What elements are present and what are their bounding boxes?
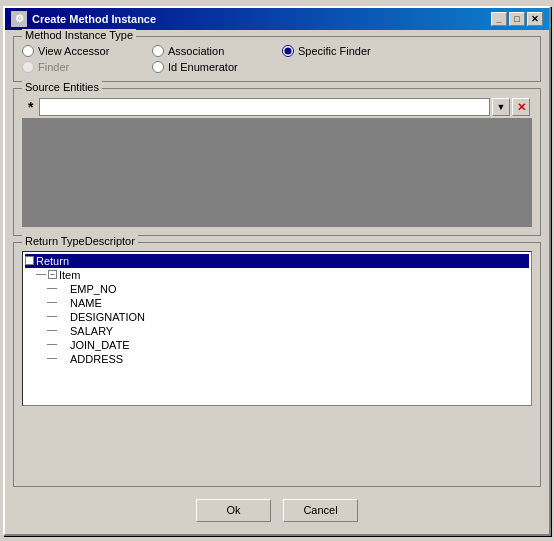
main-window: ⚙ Create Method Instance _ □ ✕ Method In… [3,6,551,536]
method-instance-type-group: Method Instance Type View Accessor Assoc… [13,36,541,82]
radio-group: View Accessor Association Specific Finde… [22,45,532,73]
tree-label-item: Item [59,269,80,281]
source-entities-content: * ▼ ✕ [22,97,532,227]
radio-id-enumerator-input[interactable] [152,61,164,73]
tree-label-emp-no: EMP_NO [70,283,116,295]
tree-item-join-date[interactable]: JOIN_DATE [25,338,529,352]
ok-button[interactable]: Ok [196,499,271,522]
tree-item-return[interactable]: − Return [25,254,529,268]
radio-specific-finder: Specific Finder [282,45,412,57]
tree-label-salary: SALARY [70,325,113,337]
maximize-button[interactable]: □ [509,12,525,26]
title-bar: ⚙ Create Method Instance _ □ ✕ [5,8,549,30]
return-type-descriptor-group: Return TypeDescriptor − Return − Item [13,242,541,487]
bottom-bar: Ok Cancel [13,493,541,526]
source-star: * [24,99,37,115]
radio-id-enumerator-label: Id Enumerator [168,61,238,73]
tree-label-return: Return [36,255,69,267]
return-type-tree: − Return − Item EMP_NO [22,251,532,406]
radio-association-input[interactable] [152,45,164,57]
source-delete-button[interactable]: ✕ [512,98,530,116]
return-type-descriptor-label: Return TypeDescriptor [22,235,138,247]
tree-label-name: NAME [70,297,102,309]
source-area [22,119,532,227]
cancel-button[interactable]: Cancel [283,499,358,522]
title-bar-left: ⚙ Create Method Instance [11,11,156,27]
radio-specific-finder-label: Specific Finder [298,45,371,57]
radio-row-1: View Accessor Association Specific Finde… [22,45,532,57]
radio-view-accessor-label: View Accessor [38,45,109,57]
tree-toggle-return[interactable]: − [25,256,34,265]
tree-item-name[interactable]: NAME [25,296,529,310]
tree-label-designation: DESIGNATION [70,311,145,323]
tree-item-emp-no[interactable]: EMP_NO [25,282,529,296]
radio-row-2: Finder Id Enumerator [22,61,532,73]
source-dropdown-button[interactable]: ▼ [492,98,510,116]
title-controls: _ □ ✕ [491,12,543,26]
window-icon: ⚙ [11,11,27,27]
dropdown-icon: ▼ [497,102,506,112]
source-input[interactable] [39,98,490,116]
close-button[interactable]: ✕ [527,12,543,26]
method-instance-type-label: Method Instance Type [22,29,136,41]
radio-view-accessor-input[interactable] [22,45,34,57]
tree-item-designation[interactable]: DESIGNATION [25,310,529,324]
tree-toggle-item[interactable]: − [48,270,57,279]
window-title: Create Method Instance [32,13,156,25]
source-row: * ▼ ✕ [22,97,532,119]
source-entities-label: Source Entities [22,81,102,93]
radio-finder-input[interactable] [22,61,34,73]
radio-finder: Finder [22,61,152,73]
tree-item-address[interactable]: ADDRESS [25,352,529,366]
tree-label-address: ADDRESS [70,353,123,365]
window-body: Method Instance Type View Accessor Assoc… [5,30,549,534]
radio-specific-finder-input[interactable] [282,45,294,57]
radio-finder-label: Finder [38,61,69,73]
radio-view-accessor: View Accessor [22,45,152,57]
tree-label-join-date: JOIN_DATE [70,339,130,351]
radio-association: Association [152,45,282,57]
radio-association-label: Association [168,45,224,57]
minimize-button[interactable]: _ [491,12,507,26]
radio-id-enumerator: Id Enumerator [152,61,282,73]
delete-icon: ✕ [517,101,526,114]
source-entities-group: Source Entities * ▼ ✕ [13,88,541,236]
tree-item-salary[interactable]: SALARY [25,324,529,338]
tree-item-item[interactable]: − Item [25,268,529,282]
